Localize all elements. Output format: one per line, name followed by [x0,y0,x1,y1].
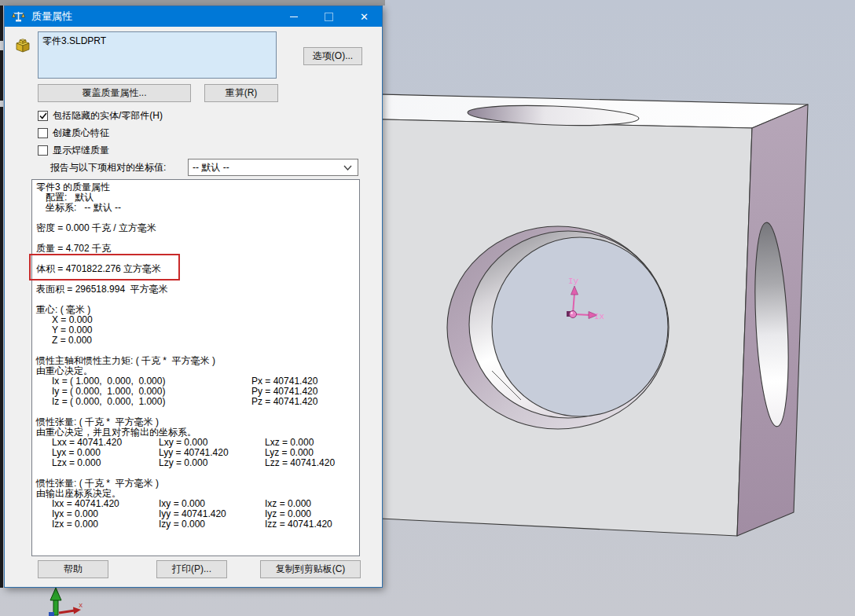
volume-value: 体积 = 4701822.276 立方毫米 [36,264,359,274]
surface-area-value: 表面积 = 296518.994 平方毫米 [36,284,359,295]
screen: { "window": { "title": "质量属性", "close_gl… [0,0,855,616]
close-button[interactable]: ✕ [347,6,382,27]
mass-properties-report: 零件3 的质量属性 配置: 默认 坐标系: -- 默认 -- 密度 = 0.00… [31,179,360,556]
mass-properties-dialog: 质量属性 ✕ 零件3.SLDPRT 选项(O)... 覆盖质量属性... 重算(… [4,6,383,588]
principal-x-label: Ix [594,312,605,321]
coordinate-system-value: -- 默认 -- [193,161,229,174]
maximize-icon [325,13,333,21]
report-coordsys: 坐标系: -- 默认 -- [36,203,359,213]
center-of-mass-z: Z = 0.000 [36,336,359,346]
checkbox-box-unchecked [38,128,48,138]
app-left-edge [0,6,3,588]
checkbox-show-weld-mass[interactable]: 显示焊缝质量 [38,144,109,156]
chevron-down-icon [343,165,352,170]
minimize-icon [290,16,298,17]
print-button[interactable]: 打印(P)... [156,560,227,578]
bore-face-disc [492,237,668,416]
coordinate-system-dropdown[interactable]: -- 默认 -- [188,159,358,176]
close-icon: ✕ [360,12,369,22]
principal-origin-ball [570,311,577,318]
checkbox-include-hidden[interactable]: 包括隐藏的实体/零部件(H) [38,109,163,122]
checkbox-create-com-feature[interactable]: 创建质心特征 [38,126,109,139]
checkmark-icon [39,112,47,119]
principal-y-label: Iy [568,277,579,286]
part-block[interactable] [314,93,808,536]
mass-properties-icon [12,10,25,24]
dialog-title: 质量属性 [31,9,276,24]
override-mass-properties-button[interactable]: 覆盖质量属性... [38,84,191,102]
part-icon [13,36,32,55]
maximize-button[interactable] [311,6,347,27]
options-button[interactable]: 选项(O)... [303,47,362,65]
tensor-row: Lzx = 0.000Lzy = 0.000Lzz = 40741.420 [36,458,359,468]
mass-value: 质量 = 4.702 千克 [36,244,359,254]
x-axis-label: x [79,602,83,610]
document-name-field[interactable]: 零件3.SLDPRT [38,31,277,79]
density-value: 密度 = 0.000 千克 / 立方毫米 [36,223,359,233]
document-name: 零件3.SLDPRT [42,35,106,46]
copy-to-clipboard-button[interactable]: 复制到剪贴板(C) [260,560,361,578]
checkbox-box-checked [38,111,48,121]
dialog-titlebar: 质量属性 ✕ [5,6,382,27]
recalculate-button[interactable]: 重算(R) [204,84,278,102]
app-top-edge [0,0,385,6]
minimize-button[interactable] [276,6,311,27]
tensor-row: Izx = 0.000Izy = 0.000Izz = 40741.420 [36,519,359,530]
principal-row: Iz = ( 0.000, 0.000, 1.000)Pz = 40741.42… [36,397,359,407]
checkbox-box-unchecked [38,145,48,156]
help-button[interactable]: 帮助 [38,560,108,578]
z-axis-marker [49,612,54,616]
coordinate-system-label: 报告与以下项相对的坐标值: [50,161,166,174]
